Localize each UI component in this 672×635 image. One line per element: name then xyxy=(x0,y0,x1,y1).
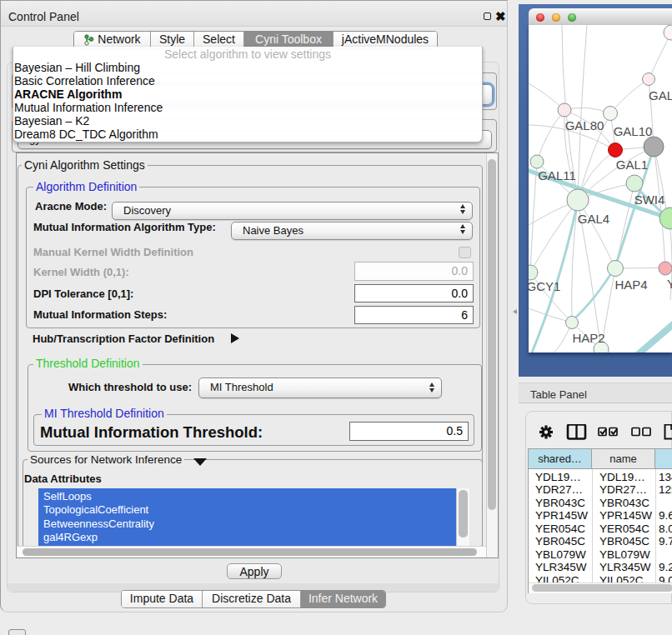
svg-text:GAL1: GAL1 xyxy=(616,158,648,172)
svg-text:HAP4: HAP4 xyxy=(614,278,647,292)
svg-text:GAL10: GAL10 xyxy=(614,124,653,138)
svg-text:GAL11: GAL11 xyxy=(538,168,576,182)
svg-text:GAL80: GAL80 xyxy=(565,118,604,132)
svg-text:GAL: GAL xyxy=(649,88,672,102)
svg-text:HAP2: HAP2 xyxy=(572,331,604,345)
svg-text:Y: Y xyxy=(667,277,672,291)
svg-text:GAL4: GAL4 xyxy=(578,212,609,226)
svg-text:GCY1: GCY1 xyxy=(529,279,560,293)
svg-text:SWI4: SWI4 xyxy=(634,192,665,207)
